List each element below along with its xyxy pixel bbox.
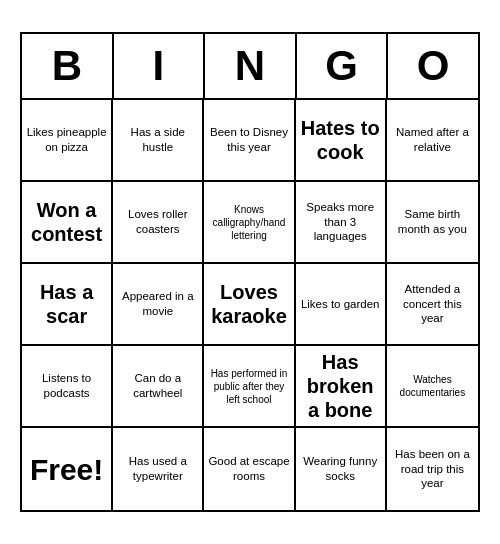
bingo-cell-4: Named after a relative (387, 100, 478, 182)
bingo-cell-18: Has broken a bone (296, 346, 387, 428)
bingo-cell-23: Wearing funny socks (296, 428, 387, 510)
bingo-cell-7: Knows calligraphy/hand lettering (204, 182, 295, 264)
bingo-cell-2: Been to Disney this year (204, 100, 295, 182)
bingo-cell-21: Has used a typewriter (113, 428, 204, 510)
cell-text-5: Won a contest (26, 198, 107, 246)
bingo-letter-g: G (297, 34, 389, 98)
bingo-cell-22: Good at escape rooms (204, 428, 295, 510)
cell-text-18: Has broken a bone (300, 350, 381, 422)
bingo-cell-10: Has a scar (22, 264, 113, 346)
cell-text-16: Can do a cartwheel (117, 371, 198, 401)
bingo-cell-3: Hates to cook (296, 100, 387, 182)
bingo-letter-b: B (22, 34, 114, 98)
bingo-letter-o: O (388, 34, 478, 98)
bingo-cell-17: Has performed in public after they left … (204, 346, 295, 428)
bingo-cell-13: Likes to garden (296, 264, 387, 346)
cell-text-22: Good at escape rooms (208, 454, 289, 484)
bingo-cell-24: Has been on a road trip this year (387, 428, 478, 510)
cell-text-14: Attended a concert this year (391, 282, 474, 327)
cell-text-10: Has a scar (26, 280, 107, 328)
cell-text-17: Has performed in public after they left … (208, 367, 289, 406)
bingo-cell-16: Can do a cartwheel (113, 346, 204, 428)
cell-text-2: Been to Disney this year (208, 125, 289, 155)
bingo-cell-0: Likes pineapple on pizza (22, 100, 113, 182)
bingo-header: BINGO (22, 34, 478, 100)
cell-text-13: Likes to garden (301, 297, 380, 312)
bingo-cell-6: Loves roller coasters (113, 182, 204, 264)
bingo-cell-15: Listens to podcasts (22, 346, 113, 428)
cell-text-1: Has a side hustle (117, 125, 198, 155)
bingo-cell-12: Loves karaoke (204, 264, 295, 346)
bingo-cell-14: Attended a concert this year (387, 264, 478, 346)
cell-text-9: Same birth month as you (391, 207, 474, 237)
bingo-letter-i: I (114, 34, 206, 98)
bingo-cell-5: Won a contest (22, 182, 113, 264)
cell-text-20: Free! (30, 450, 103, 489)
bingo-letter-n: N (205, 34, 297, 98)
cell-text-19: Watches documentaries (391, 373, 474, 399)
cell-text-0: Likes pineapple on pizza (26, 125, 107, 155)
cell-text-7: Knows calligraphy/hand lettering (208, 203, 289, 242)
cell-text-12: Loves karaoke (208, 280, 289, 328)
bingo-card: BINGO Likes pineapple on pizzaHas a side… (20, 32, 480, 512)
bingo-cell-11: Appeared in a movie (113, 264, 204, 346)
cell-text-3: Hates to cook (300, 116, 381, 164)
bingo-cell-8: Speaks more than 3 languages (296, 182, 387, 264)
cell-text-6: Loves roller coasters (117, 207, 198, 237)
cell-text-21: Has used a typewriter (117, 454, 198, 484)
cell-text-11: Appeared in a movie (117, 289, 198, 319)
cell-text-4: Named after a relative (391, 125, 474, 155)
cell-text-23: Wearing funny socks (300, 454, 381, 484)
cell-text-24: Has been on a road trip this year (391, 447, 474, 492)
bingo-cell-20: Free! (22, 428, 113, 510)
bingo-cell-19: Watches documentaries (387, 346, 478, 428)
bingo-cell-1: Has a side hustle (113, 100, 204, 182)
cell-text-15: Listens to podcasts (26, 371, 107, 401)
cell-text-8: Speaks more than 3 languages (300, 200, 381, 245)
bingo-grid: Likes pineapple on pizzaHas a side hustl… (22, 100, 478, 510)
bingo-cell-9: Same birth month as you (387, 182, 478, 264)
